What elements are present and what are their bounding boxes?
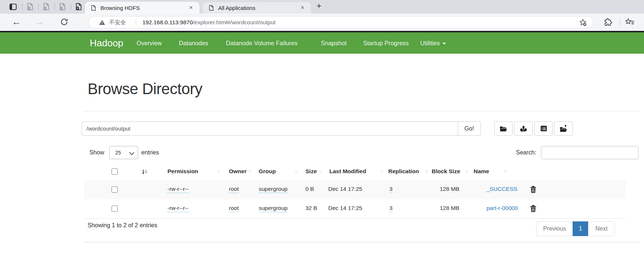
closed-document-icon[interactable] — [42, 3, 50, 11]
search-input[interactable] — [541, 146, 638, 159]
url-text[interactable]: 192.168.0.113:9870/explorer.html#/wordco… — [142, 19, 276, 26]
not-secure-warning-icon[interactable] — [99, 19, 105, 25]
tab-strip: Browsing HDFS × All Applications × + — [0, 0, 644, 14]
table-info-summary: Showing 1 to 2 of 2 entries — [88, 222, 157, 229]
page-icon — [90, 5, 96, 11]
url-path: /explorer.html#/wordcount/output — [193, 19, 276, 25]
navbar-brand[interactable]: Hadoop — [90, 38, 123, 49]
sort-icon[interactable] — [294, 168, 297, 174]
chevron-down-icon — [442, 43, 446, 44]
directory-path-input[interactable] — [82, 121, 458, 136]
sort-active-icon[interactable] — [141, 168, 148, 175]
column-header-last-modified[interactable]: Last Modified — [329, 168, 366, 175]
sort-icon[interactable] — [319, 168, 321, 174]
search-label: Search: — [516, 149, 536, 156]
row-checkbox[interactable] — [112, 206, 118, 212]
sort-icon[interactable] — [216, 168, 219, 174]
tab-browsing-hdfs[interactable]: Browsing HDFS × — [85, 2, 199, 14]
sort-icon[interactable] — [248, 168, 251, 174]
close-icon[interactable]: × — [189, 4, 193, 11]
closed-document-icon-dark[interactable] — [74, 3, 82, 11]
address-bar[interactable]: 不安全 192.168.0.113:9870/explorer.html#/wo… — [88, 16, 593, 28]
hadoop-navbar: Hadoop Overview Datanodes Datanode Volum… — [0, 32, 644, 54]
last-modified-cell: Dec 14 17:25 — [328, 205, 362, 211]
table-row: -rw-r--r-- root supergroup 0 B Dec 14 17… — [84, 180, 626, 200]
column-header-owner[interactable]: Owner — [229, 168, 247, 175]
column-header-name[interactable]: Name — [474, 168, 489, 175]
block-size-cell: 128 MB — [440, 205, 459, 211]
cloud-upload-icon — [519, 125, 528, 132]
owner-cell[interactable]: root — [229, 186, 239, 193]
sort-icon[interactable] — [503, 168, 506, 174]
favorites-list-star-icon[interactable] — [625, 18, 634, 26]
entries-label: entries — [141, 149, 159, 156]
row-checkbox[interactable] — [112, 186, 118, 193]
closed-document-icon[interactable] — [26, 3, 34, 11]
divider — [22, 4, 22, 10]
page-length-select[interactable]: 25 — [109, 146, 138, 159]
show-label: Show — [89, 149, 104, 156]
pagination-previous-button[interactable]: Previous — [536, 221, 573, 236]
nav-item-datanodes[interactable]: Datanodes — [179, 40, 208, 47]
divider — [71, 4, 71, 10]
tab-all-applications[interactable]: All Applications × — [203, 2, 311, 14]
tab-actions-icon[interactable] — [9, 3, 17, 11]
pagination-page-1-button[interactable]: 1 — [573, 221, 588, 236]
delete-trash-icon[interactable] — [530, 186, 537, 193]
column-header-replication[interactable]: Replication — [388, 168, 419, 175]
close-icon[interactable]: × — [301, 4, 304, 11]
permission-cell[interactable]: -rw-r--r-- — [167, 205, 189, 212]
set-quota-button[interactable] — [534, 121, 553, 136]
nav-item-snapshot[interactable]: Snapshot — [321, 40, 347, 47]
nav-item-overview[interactable]: Overview — [137, 40, 162, 47]
size-cell: 32 B — [305, 205, 317, 211]
replication-cell[interactable]: 3 — [389, 186, 393, 193]
move-paste-button[interactable] — [554, 121, 573, 136]
block-size-cell: 128 MB — [440, 186, 459, 192]
nav-item-utilities[interactable]: Utilities — [420, 40, 446, 47]
list-alt-icon — [540, 125, 548, 132]
go-button[interactable]: Go! — [458, 121, 481, 136]
file-link[interactable]: _SUCCESS — [486, 186, 517, 192]
divider — [38, 4, 39, 10]
column-header-size[interactable]: Size — [305, 168, 317, 175]
owner-cell[interactable]: root — [229, 205, 239, 212]
permission-cell[interactable]: -rw-r--r-- — [167, 186, 189, 193]
file-link[interactable]: part-r-00000 — [486, 205, 518, 211]
refresh-button[interactable] — [60, 18, 68, 26]
column-header-block-size[interactable]: Block Size — [432, 168, 460, 175]
divider — [54, 4, 55, 10]
url-host: 192.168.0.113:9870 — [142, 19, 193, 25]
security-label[interactable]: 不安全 — [109, 19, 126, 26]
create-directory-button[interactable] — [494, 121, 513, 136]
group-cell[interactable]: supergroup — [259, 186, 287, 193]
new-tab-button[interactable]: + — [316, 1, 321, 11]
back-button[interactable]: ← — [12, 17, 21, 26]
nav-item-startup-progress[interactable]: Startup Progress — [363, 40, 409, 47]
extensions-puzzle-icon[interactable] — [604, 18, 612, 26]
replication-cell[interactable]: 3 — [389, 205, 393, 212]
select-all-checkbox[interactable] — [112, 168, 118, 175]
column-header-permission[interactable]: Permission — [167, 168, 198, 175]
sort-icon[interactable] — [380, 168, 383, 174]
add-favorite-star-icon[interactable] — [579, 18, 587, 26]
closed-document-icon[interactable] — [58, 3, 66, 11]
folder-open-icon — [499, 125, 507, 132]
size-cell: 0 B — [305, 186, 314, 192]
nav-item-datanode-volume-failures[interactable]: Datanode Volume Failures — [226, 40, 297, 47]
page-icon — [208, 5, 214, 11]
page-length-value: 25 — [115, 150, 121, 156]
browser-window: Browsing HDFS × All Applications × + ← →… — [0, 0, 644, 253]
tab-title: All Applications — [218, 5, 255, 11]
pagination-next-button[interactable]: Next — [588, 221, 615, 236]
upload-file-button[interactable] — [514, 121, 532, 136]
forward-button[interactable]: → — [35, 17, 44, 26]
delete-trash-icon[interactable] — [530, 205, 537, 213]
column-header-group[interactable]: Group — [259, 168, 276, 175]
nav-item-utilities-label: Utilities — [420, 40, 440, 46]
sort-icon[interactable] — [425, 168, 428, 174]
sort-icon[interactable] — [465, 168, 468, 174]
divider — [84, 242, 640, 242]
group-cell[interactable]: supergroup — [259, 205, 287, 212]
last-modified-cell: Dec 14 17:25 — [328, 186, 362, 192]
